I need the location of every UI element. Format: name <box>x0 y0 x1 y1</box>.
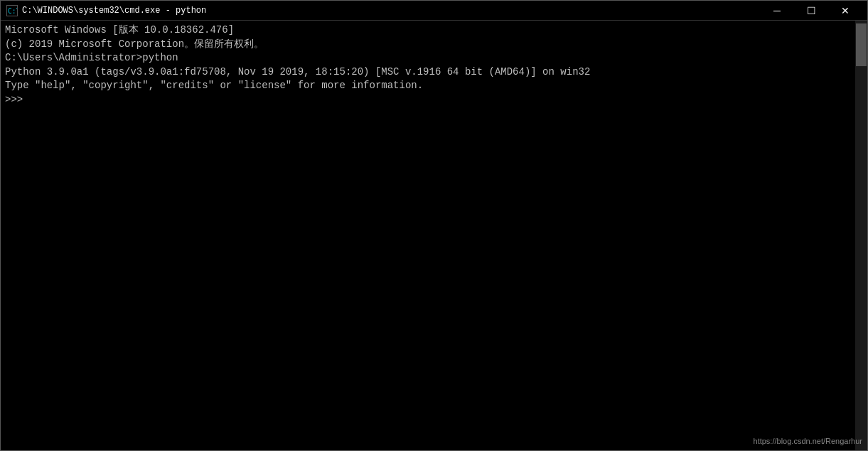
cmd-icon: C:\ <box>6 5 18 16</box>
console-line: Type "help", "copyright", "credits" or "… <box>5 79 851 93</box>
console-line: >>> <box>5 93 851 107</box>
title-bar: C:\ C:\WINDOWS\system32\cmd.exe - python… <box>1 1 867 21</box>
maximize-button[interactable]: ☐ <box>795 1 827 21</box>
close-button[interactable]: ✕ <box>829 1 862 21</box>
console-line: Microsoft Windows [版本 10.0.18362.476] <box>5 23 851 38</box>
console-line: Python 3.9.0a1 (tags/v3.9.0a1:fd75708, N… <box>5 65 851 80</box>
console-content[interactable]: Microsoft Windows [版本 10.0.18362.476](c)… <box>1 21 855 450</box>
svg-text:C:\: C:\ <box>8 7 17 15</box>
console-line: (c) 2019 Microsoft Corporation。保留所有权利。 <box>5 38 851 52</box>
scrollbar[interactable] <box>855 21 867 450</box>
cmd-window: C:\ C:\WINDOWS\system32\cmd.exe - python… <box>0 0 868 451</box>
watermark: https://blog.csdn.net/Rengarhur <box>754 437 862 445</box>
console-area[interactable]: Microsoft Windows [版本 10.0.18362.476](c)… <box>1 21 867 450</box>
window-title: C:\WINDOWS\system32\cmd.exe - python <box>22 6 761 16</box>
console-line: C:\Users\Administrator>python <box>5 51 851 65</box>
minimize-button[interactable]: ─ <box>761 1 793 21</box>
scrollbar-thumb[interactable] <box>856 23 867 66</box>
window-controls: ─ ☐ ✕ <box>761 1 862 21</box>
